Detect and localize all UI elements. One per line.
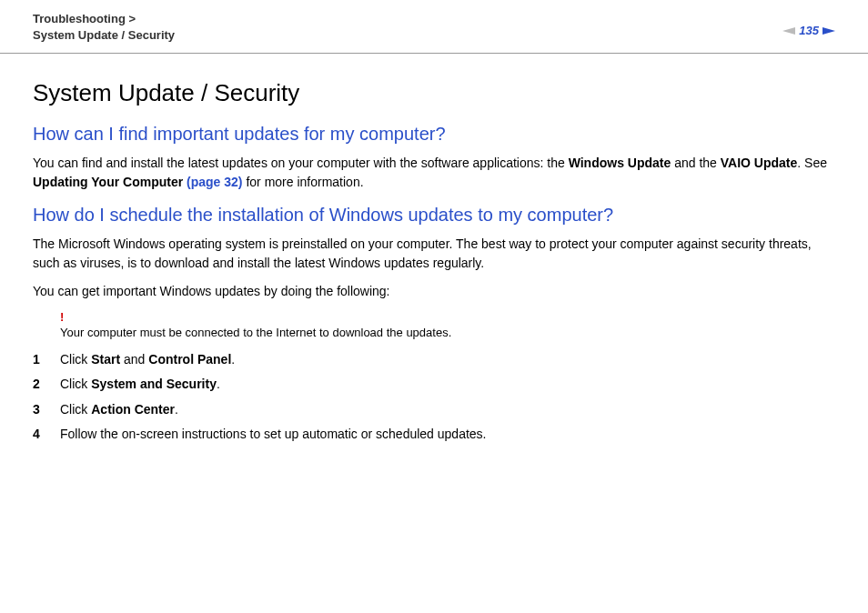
breadcrumb-line1: Troubleshooting > — [33, 11, 175, 27]
step-number: 1 — [33, 351, 60, 369]
text-run: and the — [671, 156, 721, 170]
section1-paragraph: You can find and install the latest upda… — [33, 154, 835, 192]
section2-paragraph2: You can get important Windows updates by… — [33, 282, 835, 301]
step-item: 3 Click Action Center. — [33, 401, 835, 419]
step-text: Click Action Center. — [60, 401, 835, 419]
step-number: 3 — [33, 401, 60, 419]
steps-list: 1 Click Start and Control Panel. 2 Click… — [33, 351, 835, 444]
step-number: 4 — [33, 426, 60, 444]
page-navigation: 135 — [782, 11, 835, 37]
text-run: Click — [60, 402, 91, 417]
warning-block: ! Your computer must be connected to the… — [60, 310, 835, 341]
step-text: Click Start and Control Panel. — [60, 351, 835, 369]
breadcrumb-line2: System Update / Security — [33, 27, 175, 44]
step-text: Follow the on-screen instructions to set… — [60, 426, 835, 444]
text-run: for more information. — [243, 175, 364, 189]
bold-text: VAIO Update — [721, 156, 798, 170]
breadcrumb: Troubleshooting > System Update / Securi… — [33, 11, 175, 44]
bold-text: Updating Your Computer — [33, 175, 187, 189]
text-run: and — [120, 352, 148, 367]
text-run: Click — [60, 377, 91, 391]
step-item: 2 Click System and Security. — [33, 376, 835, 394]
bold-text: System and Security — [91, 377, 217, 391]
section2-paragraph1: The Microsoft Windows operating system i… — [33, 235, 835, 273]
step-text: Click System and Security. — [60, 376, 835, 394]
page-title: System Update / Security — [33, 79, 835, 107]
next-page-arrow-icon[interactable] — [823, 27, 835, 35]
section1-heading: How can I find important updates for my … — [33, 124, 835, 145]
text-run: . — [217, 377, 220, 391]
page-reference-link[interactable]: (page 32) — [187, 175, 242, 189]
step-item: 4 Follow the on-screen instructions to s… — [33, 426, 835, 444]
prev-page-arrow-icon[interactable] — [782, 27, 795, 35]
bold-text: Start — [91, 352, 120, 367]
text-run: . — [175, 402, 178, 417]
bold-text: Control Panel — [148, 352, 231, 367]
warning-icon: ! — [60, 310, 835, 324]
bold-text: Windows Update — [569, 156, 671, 170]
page-number: 135 — [799, 24, 819, 37]
section2-heading: How do I schedule the installation of Wi… — [33, 205, 835, 226]
text-run: . — [231, 352, 235, 367]
step-item: 1 Click Start and Control Panel. — [33, 351, 835, 369]
text-run: . See — [797, 156, 827, 170]
text-run: Follow the on-screen instructions to set… — [60, 427, 486, 441]
warning-text: Your computer must be connected to the I… — [60, 326, 451, 339]
text-run: Click — [60, 352, 91, 367]
page-header: Troubleshooting > System Update / Securi… — [0, 0, 868, 54]
bold-text: Action Center — [91, 402, 175, 417]
step-number: 2 — [33, 376, 60, 394]
text-run: You can find and install the latest upda… — [33, 156, 569, 170]
main-content: System Update / Security How can I find … — [0, 54, 868, 444]
